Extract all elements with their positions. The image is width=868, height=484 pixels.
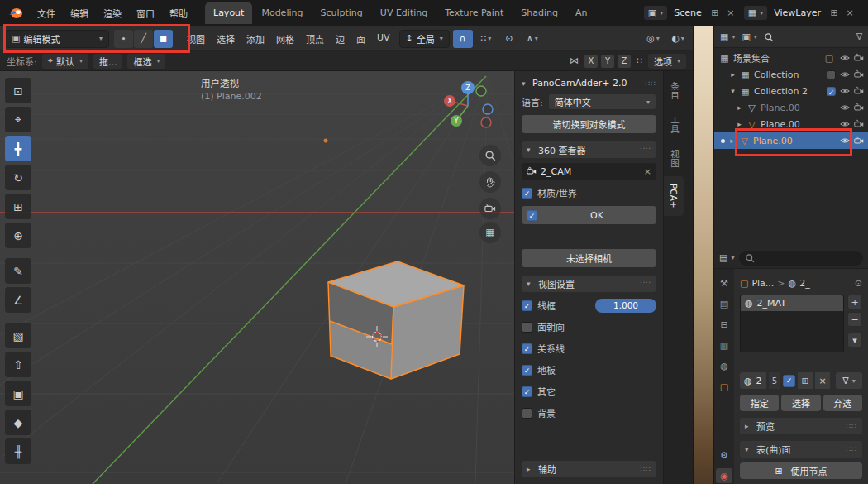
proportional-falloff-dropdown[interactable]: ∧▾ xyxy=(522,30,542,48)
mirror-z-button[interactable]: Z xyxy=(618,55,631,68)
mirror-y-button[interactable]: Y xyxy=(601,55,614,68)
panel-drag-handle[interactable]: ∷∷ xyxy=(646,79,656,88)
ok-button[interactable]: OK xyxy=(522,206,656,224)
tool-select-box[interactable]: ⊡ xyxy=(5,78,31,103)
relationship-lines-checkbox[interactable] xyxy=(522,343,532,354)
toggle-wireframe[interactable]: 线框 1.000 xyxy=(522,297,656,314)
overlays-dropdown[interactable]: ◎▾ xyxy=(643,30,663,48)
viewlayer-browse-button[interactable]: ▦▾ xyxy=(744,6,767,20)
new-viewlayer-icon[interactable]: ⊞ xyxy=(827,7,841,18)
workspace-tab-animation-partial[interactable]: An xyxy=(567,2,587,24)
eye-icon[interactable] xyxy=(840,86,850,96)
clear-camera-icon[interactable]: × xyxy=(644,166,651,177)
menu-vertex[interactable]: 顶点 xyxy=(300,32,330,46)
tool-extrude[interactable]: ⇧ xyxy=(5,352,31,377)
other-checkbox[interactable] xyxy=(522,386,532,397)
camera-render-icon[interactable] xyxy=(854,86,864,96)
menu-view[interactable]: 视图 xyxy=(181,32,211,46)
outliner-scene-dropdown[interactable]: ▣▾ xyxy=(742,31,756,42)
blender-logo-menu[interactable] xyxy=(7,5,25,22)
reference-image-strip[interactable] xyxy=(693,26,714,484)
section-preview[interactable]: ▸ 预览 ∷∷ xyxy=(740,418,862,434)
menu-window[interactable]: 窗口 xyxy=(129,4,162,22)
section-view-settings[interactable]: ▾ 视图设置 ∷∷ xyxy=(522,276,656,292)
node-tree-button[interactable]: ∇▾ xyxy=(836,372,862,389)
use-nodes-button[interactable]: ⊞ 使用节点 xyxy=(740,462,862,479)
camera-render-icon[interactable] xyxy=(854,119,864,129)
camera-render-icon[interactable] xyxy=(854,103,864,113)
menu-render[interactable]: 渲染 xyxy=(96,4,129,22)
eye-icon[interactable] xyxy=(840,119,850,129)
properties-editor-dropdown[interactable]: ▤▾ xyxy=(719,252,734,263)
sidebar-tab-tool[interactable]: 工具 xyxy=(664,108,686,141)
assign-button[interactable]: 指定 xyxy=(740,395,779,411)
tab-view-layer[interactable]: ▥ xyxy=(716,338,732,352)
scene-browse-button[interactable]: ▣▾ xyxy=(644,6,667,20)
drag-mode-dropdown[interactable]: 拖... xyxy=(93,54,123,69)
outliner-row-plane-active[interactable]: ▸ ▽ Plane.00 xyxy=(714,132,868,149)
eye-icon[interactable] xyxy=(840,136,850,146)
workspace-tab-modeling[interactable]: Modeling xyxy=(253,2,311,24)
add-slot-button[interactable]: + xyxy=(847,295,862,309)
material-slot-list[interactable]: ◍ 2_MAT xyxy=(740,295,844,352)
material-slot-active[interactable]: ◍ 2_MAT xyxy=(741,295,843,311)
tool-scale[interactable]: ⊞ xyxy=(5,194,31,219)
tab-modifiers[interactable]: ⚙ xyxy=(716,448,732,462)
workspace-tab-sculpting[interactable]: Sculpting xyxy=(312,2,370,24)
snap-toggle[interactable]: ∩ xyxy=(453,30,473,48)
coord-system-dropdown[interactable]: ⌖ 默认 ▾ xyxy=(42,54,88,69)
camera-render-icon[interactable] xyxy=(854,136,864,146)
gizmo-axis-neg-x[interactable] xyxy=(481,117,491,127)
menu-file[interactable]: 文件 xyxy=(30,4,63,22)
transform-orientation-selector[interactable]: ↕ 全局 ▾ xyxy=(399,30,450,48)
zoom-view-button[interactable] xyxy=(479,145,501,166)
eye-icon[interactable] xyxy=(840,69,850,79)
menu-edge[interactable]: 边 xyxy=(330,32,351,46)
snap-settings-dropdown[interactable]: ∷▾ xyxy=(476,30,496,48)
material-world-checkbox[interactable] xyxy=(522,188,532,199)
menu-add[interactable]: 添加 xyxy=(241,32,270,46)
language-dropdown[interactable]: 简体中文 ▾ xyxy=(548,93,656,110)
switch-object-mode-button[interactable]: 请切换到对象模式 xyxy=(522,115,656,133)
expand-icon[interactable]: ▾ xyxy=(729,87,737,95)
unlink-scene-icon[interactable]: × xyxy=(724,7,737,18)
proportional-edit-toggle[interactable]: ⊙ xyxy=(499,30,519,48)
outliner-row-plane-1[interactable]: ▸ ▽ Plane.00 xyxy=(714,99,868,116)
options-dropdown[interactable]: 选项 ▾ xyxy=(648,54,686,69)
user-count[interactable]: 5 xyxy=(769,372,780,389)
camera-render-icon[interactable] xyxy=(854,69,864,79)
face-select-button[interactable]: ◼ xyxy=(154,30,173,48)
section-auxiliary[interactable]: ▸ 辅助 ∷∷ xyxy=(522,461,656,477)
snap-grid-icon[interactable]: ∷ xyxy=(634,55,645,66)
outliner-row-scene-collection[interactable]: ▦ 场景集合 ▢ xyxy=(714,50,868,66)
tool-add-cube[interactable]: ▧ xyxy=(5,323,31,348)
remove-slot-button[interactable]: − xyxy=(847,312,862,327)
no-camera-button[interactable]: 未选择相机 xyxy=(522,249,656,267)
face-orientation-checkbox[interactable] xyxy=(522,322,532,333)
section-surface[interactable]: ▾ 表(曲)面 ∷∷ xyxy=(740,441,862,458)
navigation-gizmo[interactable]: Z X Y xyxy=(428,74,503,136)
eye-icon[interactable] xyxy=(840,103,850,113)
tab-render[interactable]: ▤ xyxy=(716,296,732,311)
outliner-row-plane-2[interactable]: ▸ ▽ Plane.00 xyxy=(714,116,868,132)
mirror-icon[interactable]: ⋈ xyxy=(567,55,581,66)
outliner-filter-icon[interactable]: ∇ xyxy=(856,31,862,42)
toggle-relationship-lines[interactable]: 关系线 xyxy=(522,340,656,357)
move-view-button[interactable] xyxy=(479,171,501,193)
outliner-row-collection-2[interactable]: ▾ ▦ Collection 2 xyxy=(714,83,868,99)
properties-search-input[interactable] xyxy=(739,251,863,266)
camera-field[interactable]: 2_CAM × xyxy=(522,163,656,180)
toggle-other[interactable]: 其它 xyxy=(522,383,656,400)
menu-help[interactable]: 帮助 xyxy=(162,4,195,22)
expand-icon[interactable]: ▸ xyxy=(736,120,743,128)
workspace-tab-texture-paint[interactable]: Texture Paint xyxy=(436,2,512,24)
tool-bevel[interactable]: ◆ xyxy=(5,410,31,435)
gizmo-axis-neg-z[interactable] xyxy=(483,104,493,114)
tool-inset[interactable]: ▣ xyxy=(5,381,31,406)
ok-checkbox[interactable] xyxy=(527,210,537,221)
select-button[interactable]: 选择 xyxy=(781,395,820,411)
wireframe-opacity-slider[interactable]: 1.000 xyxy=(595,299,656,313)
tab-output[interactable]: ⊟ xyxy=(716,317,732,332)
menu-select[interactable]: 选择 xyxy=(211,32,241,46)
camera-render-icon[interactable] xyxy=(854,53,864,63)
